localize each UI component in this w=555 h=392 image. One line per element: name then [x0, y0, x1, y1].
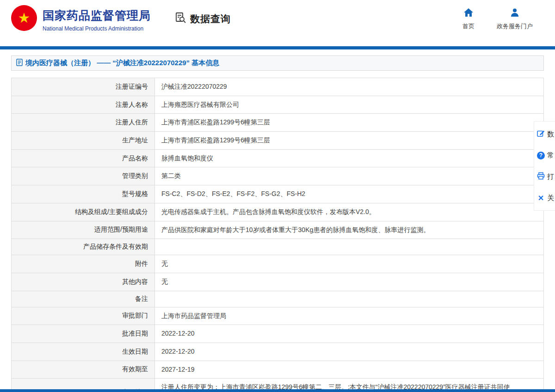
table-row: 产品名称脉搏血氧饱和度仪	[12, 149, 544, 167]
table-row: 生产地址上海市青浦区崧盈路1299号6幢第三层	[12, 132, 544, 150]
floating-tool-panel: 数 ? 常 打 ✕ 关	[534, 121, 555, 211]
info-table: 注册证编号沪械注准20222070229注册人名称上海雍恩医疗器械有限公司注册人…	[11, 78, 544, 392]
table-row: 附件无	[12, 255, 544, 273]
row-label: 批准日期	[12, 325, 155, 343]
row-value: 上海市青浦区崧盈路1299号6幢第三层	[155, 114, 544, 132]
nav-portal-label: 政务服务门户	[497, 22, 533, 31]
row-value: 上海雍恩医疗器械有限公司	[155, 96, 544, 114]
tool-data[interactable]: 数	[534, 123, 555, 145]
table-row: 适用范围/预期用途产品供医院和家庭对年龄大于10岁或者体重大于30Kg患者的脉搏…	[12, 221, 544, 239]
row-label: 管理类别	[12, 167, 155, 185]
row-value: FS-C2、FS-D2、FS-E2、FS-F2、FS-G2、FS-H2	[155, 185, 544, 203]
table-row: 批准日期2022-12-20	[12, 325, 544, 343]
row-label: 生效日期	[12, 343, 155, 361]
star-icon: ★	[18, 11, 31, 25]
table-row: 审批部门上海市药品监督管理局	[12, 307, 544, 325]
row-value: 无	[155, 273, 544, 291]
row-value	[155, 239, 544, 255]
table-row: 注册人住所上海市青浦区崧盈路1299号6幢第三层	[12, 114, 544, 132]
tool-print[interactable]: 打	[534, 166, 555, 188]
org-name-en: National Medical Products Administration	[43, 25, 151, 32]
row-label: 适用范围/预期用途	[12, 221, 155, 239]
row-value: 2022-12-20	[155, 343, 544, 361]
table-row: 注册人名称上海雍恩医疗器械有限公司	[12, 96, 544, 114]
row-label: 注册人住所	[12, 114, 155, 132]
question-icon: ?	[537, 152, 545, 159]
table-row: 型号规格FS-C2、FS-D2、FS-E2、FS-F2、FS-G2、FS-H2	[12, 185, 544, 203]
nmpa-emblem-logo: ★	[11, 5, 37, 31]
tool-faq-label: 常	[547, 151, 554, 160]
row-value: 2022-12-20	[155, 325, 544, 343]
footer-bar	[0, 389, 555, 392]
tool-close-label: 关	[547, 194, 554, 202]
print-icon	[537, 172, 545, 182]
nav-home[interactable]: 首页	[462, 8, 475, 31]
row-label: 生产地址	[12, 132, 155, 150]
home-icon	[463, 8, 474, 19]
main-content: 境内医疗器械（注册） —— “沪械注准20222070229” 基本信息 注册证…	[0, 49, 555, 392]
row-value: 沪械注准20222070229	[155, 78, 544, 96]
row-label: 结构及组成/主要组成成分	[12, 203, 155, 221]
table-row: 备注	[12, 291, 544, 307]
row-label: 备注	[12, 291, 155, 307]
row-label: 附件	[12, 255, 155, 273]
document-icon	[16, 59, 23, 68]
table-row: 注册证编号沪械注准20222070229	[12, 78, 544, 96]
row-label: 有效期至	[12, 361, 155, 379]
row-label: 产品储存条件及有效期	[12, 239, 155, 255]
row-label: 审批部门	[12, 307, 155, 325]
nav-home-label: 首页	[462, 22, 475, 31]
row-value: 上海市药品监督管理局	[155, 307, 544, 325]
table-row: 结构及组成/主要组成成分光电传感器集成于主机。产品包含脉搏血氧饱和度仪软件，发布…	[12, 203, 544, 221]
org-name-block: 国家药品监督管理局 National Medical Products Admi…	[43, 8, 151, 32]
page-title: 境内医疗器械（注册） —— “沪械注准20222070229” 基本信息	[25, 59, 219, 67]
table-row: 管理类别第二类	[12, 167, 544, 185]
table-row: 生效日期2022-12-20	[12, 343, 544, 361]
header: ★ 国家药品监督管理局 National Medical Products Ad…	[0, 0, 555, 46]
row-label: 注册人名称	[12, 96, 155, 114]
table-row: 产品储存条件及有效期	[12, 239, 544, 255]
close-icon: ✕	[537, 194, 545, 202]
page-title-bar: 境内医疗器械（注册） —— “沪械注准20222070229” 基本信息	[11, 55, 544, 71]
tool-print-label: 打	[547, 172, 554, 181]
row-label: 产品名称	[12, 149, 155, 167]
row-label: 型号规格	[12, 185, 155, 203]
row-value: 无	[155, 255, 544, 273]
table-row: 有效期至2027-12-19	[12, 361, 544, 379]
tool-data-label: 数	[547, 130, 554, 139]
tool-close[interactable]: ✕ 关	[534, 188, 555, 208]
row-value: 光电传感器集成于主机。产品包含脉搏血氧饱和度仪软件，发布版本V2.0。	[155, 203, 544, 221]
top-nav: 首页 政务服务门户	[462, 8, 533, 31]
data-query-section: 数据查询	[175, 12, 231, 26]
org-name-cn: 国家药品监督管理局	[43, 8, 151, 23]
document-search-icon	[175, 12, 187, 26]
person-icon	[510, 8, 519, 19]
header-divider-bar	[0, 46, 555, 49]
tool-faq[interactable]: ? 常	[534, 145, 555, 166]
section-title-label: 数据查询	[190, 12, 231, 25]
row-value: 2027-12-19	[155, 361, 544, 379]
nav-portal[interactable]: 政务服务门户	[497, 8, 533, 31]
row-value: 第二类	[155, 167, 544, 185]
row-value: 脉搏血氧饱和度仪	[155, 149, 544, 167]
table-row: 其他内容无	[12, 273, 544, 291]
edit-icon	[537, 129, 545, 139]
row-value: 上海市青浦区崧盈路1299号6幢第三层	[155, 132, 544, 150]
row-label: 其他内容	[12, 273, 155, 291]
row-value	[155, 291, 544, 307]
row-label: 注册证编号	[12, 78, 155, 96]
row-value: 产品供医院和家庭对年龄大于10岁或者体重大于30Kg患者的脉搏血氧饱和度、脉率进…	[155, 221, 544, 239]
